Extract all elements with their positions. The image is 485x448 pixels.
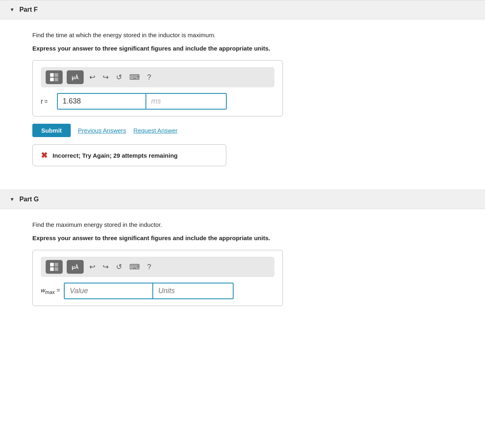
grid-cell-g1 [50,263,54,266]
part-g-units-input[interactable] [153,283,234,299]
part-f-body: Find the time at which the energy stored… [0,19,485,181]
part-f-action-row: Submit Previous Answers Request Answer [32,124,453,137]
part-g-input-label: wmax = [41,287,60,295]
part-g-body: Find the maximum energy stored in the in… [0,209,485,328]
part-f-value-input[interactable] [57,93,146,110]
grid-cell-g2 [55,263,58,266]
part-f-section: ▼ Part F Find the time at which the ener… [0,0,485,181]
part-g-input-row: wmax = [41,283,274,299]
part-g-instruction: Express your answer to three significant… [32,234,453,243]
part-f-problem-text: Find the time at which the energy stored… [32,31,453,40]
part-g-undo-icon[interactable]: ↩ [88,262,97,272]
part-g-redo-icon[interactable]: ↪ [101,262,110,272]
undo-icon[interactable]: ↩ [88,72,97,82]
part-g-section: ▼ Part G Find the maximum energy stored … [0,190,485,328]
part-g-grid-icon [50,263,58,271]
grid-icon [50,73,58,81]
part-f-answer-box: μÅ ↩ ↪ ↺ ⌨ ? t = [32,60,283,116]
part-g-keyboard-icon[interactable]: ⌨ [128,262,141,272]
part-f-units-input[interactable] [146,93,227,110]
part-g-mu-label: μÅ [72,264,78,270]
part-g-toolbar: μÅ ↩ ↪ ↺ ⌨ ? [41,257,274,277]
part-f-feedback-text: Incorrect; Try Again; 29 attempts remain… [53,152,178,159]
part-g-chevron-icon[interactable]: ▼ [10,197,15,202]
grid-cell-1 [50,73,54,77]
part-g-value-input[interactable] [64,283,153,299]
part-g-sub-label: max [45,290,55,295]
part-f-request-answer-button[interactable]: Request Answer [133,127,177,134]
part-f-previous-answers-button[interactable]: Previous Answers [78,127,126,134]
part-f-input-label: t = [41,98,53,105]
grid-input-button[interactable] [46,70,63,84]
grid-cell-g4 [55,267,58,271]
part-g-title: Part G [19,196,39,203]
part-f-title: Part F [19,6,38,13]
mu-button[interactable]: μÅ [67,70,84,84]
help-icon[interactable]: ? [146,72,153,82]
part-g-refresh-icon[interactable]: ↺ [114,262,124,272]
redo-icon[interactable]: ↪ [101,72,110,82]
grid-cell-4 [55,78,58,81]
part-f-toolbar: μÅ ↩ ↪ ↺ ⌨ ? [41,67,274,87]
refresh-icon[interactable]: ↺ [114,72,124,82]
part-f-input-row: t = [41,93,274,110]
part-g-answer-box: μÅ ↩ ↪ ↺ ⌨ ? wmax = [32,250,283,306]
part-g-header: ▼ Part G [0,190,485,209]
part-g-mu-button[interactable]: μÅ [67,260,84,274]
section-separator [0,181,485,190]
incorrect-icon: ✖ [41,150,48,160]
grid-cell-3 [50,78,54,81]
part-g-help-icon[interactable]: ? [146,262,153,272]
mu-label: μÅ [72,74,78,80]
keyboard-icon[interactable]: ⌨ [128,72,141,82]
part-f-chevron-icon[interactable]: ▼ [10,7,15,13]
part-g-problem-text: Find the maximum energy stored in the in… [32,220,453,230]
part-g-grid-input-button[interactable] [46,260,63,274]
grid-cell-2 [55,73,58,77]
part-f-feedback-box: ✖ Incorrect; Try Again; 29 attempts rema… [32,144,226,166]
part-f-instruction: Express your answer to three significant… [32,44,453,53]
part-f-header: ▼ Part F [0,0,485,19]
part-f-submit-button[interactable]: Submit [32,124,71,137]
grid-cell-g3 [50,267,54,271]
